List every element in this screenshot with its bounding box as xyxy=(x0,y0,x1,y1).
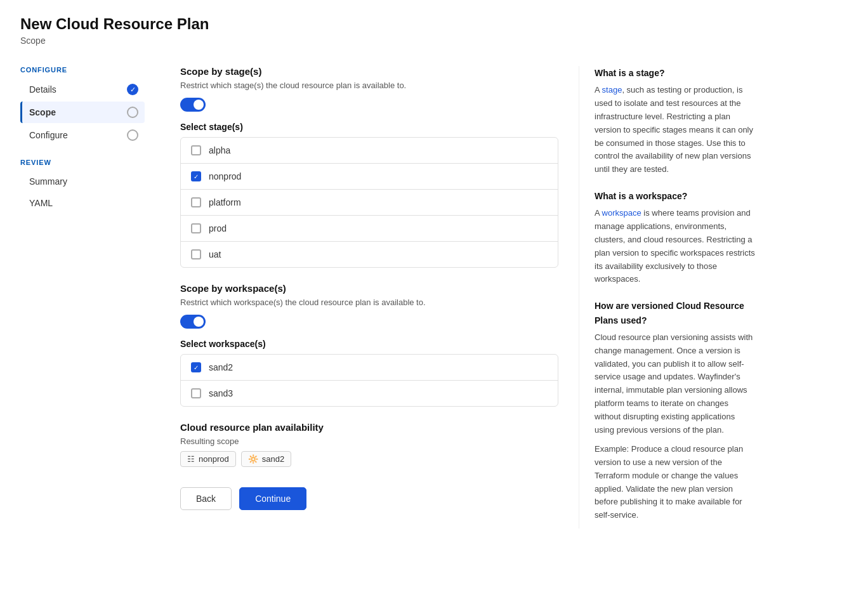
stage-label-alpha: alpha xyxy=(209,145,230,155)
workspaces-checkbox-list: ✓ sand2 sand3 xyxy=(180,354,558,407)
stages-toggle-knob xyxy=(194,100,204,110)
stage-item-alpha[interactable]: alpha xyxy=(181,138,558,164)
right-panel: What is a stage? A stage, such as testin… xyxy=(579,66,756,528)
continue-button[interactable]: Continue xyxy=(239,487,306,510)
sand2-tag-label: sand2 xyxy=(262,454,284,464)
stage-checkbox-alpha[interactable] xyxy=(191,145,201,155)
nonprod-tag-label: nonprod xyxy=(199,454,229,464)
stage-label-platform: platform xyxy=(209,197,241,207)
workspace-label-sand3: sand3 xyxy=(209,388,233,398)
configure-section-label: CONFIGURE xyxy=(20,66,145,74)
help-a1: A stage, such as testing or production, … xyxy=(595,84,756,176)
sand2-tag-icon: 🔆 xyxy=(248,454,258,464)
resulting-scope-label: Resulting scope xyxy=(180,436,558,446)
sidebar-item-label-details: Details xyxy=(29,84,56,95)
stage-item-nonprod[interactable]: ✓ nonprod xyxy=(181,164,558,190)
workspace-item-sand3[interactable]: sand3 xyxy=(181,381,558,406)
configure-check-icon xyxy=(127,129,138,141)
help-q1: What is a stage? xyxy=(595,66,756,80)
workspaces-section-title: Scope by workspace(s) xyxy=(180,283,558,294)
details-check-icon: ✓ xyxy=(127,84,138,95)
stages-section-desc: Restrict which stage(s) the cloud resour… xyxy=(180,81,558,90)
help-q3: How are versioned Cloud Resource Plans u… xyxy=(595,299,756,327)
availability-title: Cloud resource plan availability xyxy=(180,422,558,433)
stage-checkbox-prod[interactable] xyxy=(191,223,201,233)
scope-check-icon xyxy=(127,107,138,118)
sidebar: CONFIGURE Details ✓ Scope Configure REVI… xyxy=(20,66,160,528)
workspace-label-sand2: sand2 xyxy=(209,362,233,372)
stages-select-label: Select stage(s) xyxy=(180,122,558,132)
back-button[interactable]: Back xyxy=(180,487,232,510)
review-section-label: REVIEW xyxy=(20,159,145,166)
stage-label-nonprod: nonprod xyxy=(209,171,241,181)
button-row: Back Continue xyxy=(180,487,558,510)
workspace-checkbox-sand3[interactable] xyxy=(191,388,201,398)
stage-item-uat[interactable]: uat xyxy=(181,242,558,267)
stage-checkbox-nonprod[interactable]: ✓ xyxy=(191,171,201,181)
scope-tags: ☷ nonprod 🔆 sand2 xyxy=(180,451,558,467)
availability-section: Cloud resource plan availability Resulti… xyxy=(180,422,558,467)
workspaces-section-desc: Restrict which workspace(s) the cloud re… xyxy=(180,298,558,307)
stage-label-prod: prod xyxy=(209,223,227,233)
sidebar-item-label-summary: Summary xyxy=(29,176,67,187)
stage-link[interactable]: stage xyxy=(602,85,622,95)
stages-checkbox-list: alpha ✓ nonprod platform prod uat xyxy=(180,137,558,268)
workspace-link[interactable]: workspace xyxy=(602,208,641,218)
stages-section-title: Scope by stage(s) xyxy=(180,66,558,77)
help-a3b: Example: Produce a cloud resource plan v… xyxy=(595,443,756,522)
stage-item-platform[interactable]: platform xyxy=(181,190,558,216)
sidebar-item-label-scope: Scope xyxy=(29,107,56,117)
help-a3: Cloud resource plan versioning assists w… xyxy=(595,331,756,436)
help-q2: What is a workspace? xyxy=(595,189,756,203)
nonprod-tag-icon: ☷ xyxy=(187,454,195,464)
workspace-item-sand2[interactable]: ✓ sand2 xyxy=(181,355,558,381)
sidebar-item-summary[interactable]: Summary xyxy=(20,171,145,192)
scope-tag-nonprod: ☷ nonprod xyxy=(180,451,236,467)
workspaces-toggle-wrapper xyxy=(180,315,206,329)
stage-item-prod[interactable]: prod xyxy=(181,216,558,242)
sidebar-item-scope[interactable]: Scope xyxy=(20,102,145,123)
scope-tag-sand2: 🔆 sand2 xyxy=(241,451,291,467)
workspaces-toggle-knob xyxy=(194,317,204,327)
stage-checkbox-platform[interactable] xyxy=(191,197,201,207)
workspaces-select-label: Select workspace(s) xyxy=(180,339,558,349)
page-subtitle: Scope xyxy=(20,36,848,46)
main-content: Scope by stage(s) Restrict which stage(s… xyxy=(160,66,579,528)
workspace-checkbox-sand2[interactable]: ✓ xyxy=(191,362,201,372)
stage-label-uat: uat xyxy=(209,249,221,259)
sidebar-item-details[interactable]: Details ✓ xyxy=(20,79,145,100)
help-a2: A workspace is where teams provision and… xyxy=(595,207,756,286)
stages-toggle-wrapper xyxy=(180,98,206,112)
sidebar-item-label-yaml: YAML xyxy=(29,198,53,208)
stages-toggle[interactable] xyxy=(180,98,206,112)
sidebar-item-yaml[interactable]: YAML xyxy=(20,193,145,213)
workspaces-toggle[interactable] xyxy=(180,315,206,329)
page-title: New Cloud Resource Plan xyxy=(20,15,848,33)
stage-checkbox-uat[interactable] xyxy=(191,249,201,259)
sidebar-item-configure[interactable]: Configure xyxy=(20,124,145,146)
sidebar-item-label-configure: Configure xyxy=(29,130,68,140)
